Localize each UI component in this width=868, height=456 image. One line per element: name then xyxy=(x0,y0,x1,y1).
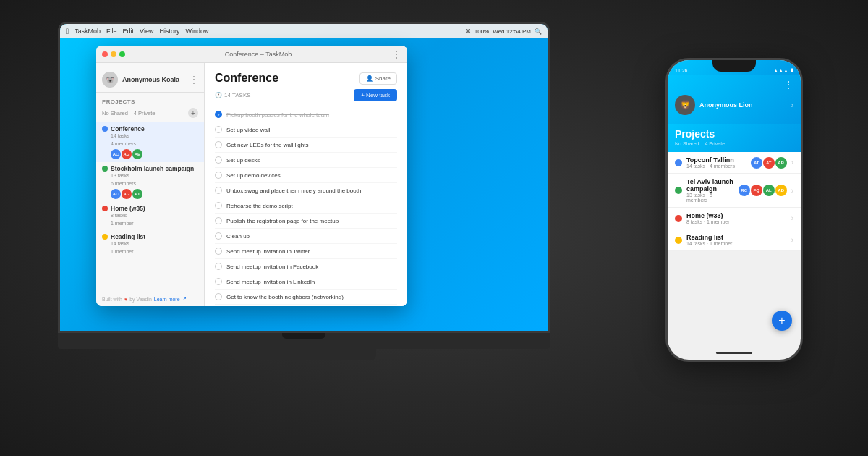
task-text: Set up desks xyxy=(226,157,384,164)
phone-project-item[interactable]: Home (w33) 8 tasks · 1 member › xyxy=(668,208,801,229)
task-text: Get to know the booth neighbors (network… xyxy=(226,294,384,300)
no-shared: No Shared xyxy=(102,110,128,117)
phone-project-item[interactable]: Topconf Tallinn 14 tasks · 4 members ATA… xyxy=(668,152,801,174)
member-avatar: AG xyxy=(122,149,132,159)
sidebar-item-home-(w35)[interactable]: Home (w35) 8 tasks1 member xyxy=(96,202,204,230)
task-item[interactable]: Set up demo devices ⋯ xyxy=(215,168,397,183)
project-meta: 14 tasks1 member xyxy=(102,240,198,256)
task-checkbox[interactable] xyxy=(215,187,222,194)
user-more-icon[interactable]: ⋮ xyxy=(190,75,198,85)
task-text: Set up demo devices xyxy=(226,172,384,179)
project-name: Home (w35) xyxy=(111,205,198,212)
project-name: Stockholm launch campaign xyxy=(111,165,198,172)
username: Anonymous Koala xyxy=(122,76,185,83)
phone-project-chevron: › xyxy=(791,236,793,244)
task-checkbox[interactable] xyxy=(215,217,222,224)
menu-window[interactable]: Window xyxy=(185,28,208,35)
phone-no-shared: No Shared xyxy=(675,141,699,146)
task-text: Pickup booth passes for the whole team xyxy=(226,111,384,118)
task-item[interactable]: Get to know the booth neighbors (network… xyxy=(215,290,397,305)
task-item[interactable]: Send meetup invitation in LinkedIn ⋯ xyxy=(215,274,397,290)
task-checkbox[interactable] xyxy=(215,111,222,118)
phone-private-count: 4 Private xyxy=(705,141,725,146)
phone-project-name: Reading list xyxy=(686,234,787,241)
traffic-lights xyxy=(102,51,125,57)
maximize-button[interactable] xyxy=(119,51,125,57)
task-item[interactable]: Send meetup invitation in Twitter ⋯ xyxy=(215,244,397,259)
phone-project-meta: 8 tasks · 1 member xyxy=(686,219,787,224)
phone-notch xyxy=(712,60,756,72)
task-text: Rehearse the demo script xyxy=(226,203,384,209)
share-button[interactable]: 👤 Share xyxy=(359,72,397,85)
task-item[interactable]: Set up desks ⋯ xyxy=(215,153,397,168)
task-checkbox[interactable] xyxy=(215,126,222,133)
share-icon: 👤 xyxy=(366,75,373,82)
phone: 11:26 ▲▲▲ ▮ ⋮ 🦁 Anonymous Lion › xyxy=(665,58,810,369)
search-icon[interactable]: 🔍 xyxy=(535,28,542,35)
project-avatars: ACAGAT xyxy=(102,189,198,199)
phone-avatar: 🦁 xyxy=(675,95,695,115)
phone-member-avatar: RC xyxy=(739,185,750,196)
new-task-button[interactable]: + New task xyxy=(354,89,397,101)
task-checkbox[interactable] xyxy=(215,293,222,300)
add-project-button[interactable]: + xyxy=(188,108,198,118)
task-checkbox[interactable] xyxy=(215,263,222,270)
project-name: Reading list xyxy=(111,233,198,240)
member-avatar: AC xyxy=(111,189,121,199)
task-item[interactable]: Publish the registration page for the me… xyxy=(215,214,397,229)
phone-project-name: Topconf Tallinn xyxy=(686,156,746,164)
heart-icon: ♥ xyxy=(124,297,127,302)
task-item[interactable]: Unbox swag and place them nicely around … xyxy=(215,183,397,198)
task-item[interactable]: Set up video wall ⋯ xyxy=(215,122,397,138)
sidebar-item-conference[interactable]: Conference 14 tasks4 members ACAGAB xyxy=(96,122,204,162)
close-button[interactable] xyxy=(102,51,108,57)
phone-more-icon[interactable]: ⋮ xyxy=(783,79,793,90)
member-avatar: AB xyxy=(132,149,142,159)
minimize-button[interactable] xyxy=(111,51,116,57)
task-text: Get new LEDs for the wall lights xyxy=(226,142,384,148)
project-header: Stockholm launch campaign xyxy=(102,165,198,172)
menu-edit[interactable]: Edit xyxy=(123,28,135,35)
vaadin-text: by Vaadin xyxy=(129,297,152,302)
sidebar-item-reading-list[interactable]: Reading list 14 tasks1 member xyxy=(96,230,204,258)
project-title: Conference xyxy=(215,72,359,85)
menu-history[interactable]: History xyxy=(159,28,179,35)
task-checkbox[interactable] xyxy=(215,278,222,285)
task-checkbox[interactable] xyxy=(215,202,222,209)
window-title: Conference – TaskMob xyxy=(125,51,391,58)
task-item[interactable]: Get new LEDs for the wall lights ⋯ xyxy=(215,138,397,153)
laptop:  TaskMob File Edit View History Window … xyxy=(43,22,564,398)
phone-member-avatar: AT xyxy=(751,157,762,169)
task-item[interactable]: Rehearse the demo script ⋯ xyxy=(215,198,397,214)
phone-project-name: Home (w33) xyxy=(686,212,787,219)
phone-project-item[interactable]: Reading list 14 tasks · 1 member › xyxy=(668,229,801,251)
task-text: Send meetup invitation in Facebook xyxy=(226,263,384,270)
project-meta: 8 tasks1 member xyxy=(102,212,198,227)
phone-wifi-icon: ▲▲▲ xyxy=(773,68,788,73)
phone-project-info: Home (w33) 8 tasks · 1 member xyxy=(686,212,787,224)
phone-project-item[interactable]: Tel Aviv launch campaign 13 tasks · 5 me… xyxy=(668,174,801,208)
phone-home-indicator xyxy=(716,352,752,354)
time: Wed 12:54 PM xyxy=(493,28,531,35)
task-item[interactable]: Pickup booth passes for the whole team ⋯ xyxy=(215,107,397,122)
task-checkbox[interactable] xyxy=(215,141,222,148)
task-item[interactable]: Clean up ⋯ xyxy=(215,229,397,244)
task-checkbox[interactable] xyxy=(215,156,222,164)
menu-file[interactable]: File xyxy=(106,28,117,35)
project-meta: 14 tasks4 members xyxy=(102,132,198,148)
task-checkbox[interactable] xyxy=(215,172,222,179)
window-body: 🐨 Anonymous Koala ⋮ Projects No Shared 4… xyxy=(96,63,407,306)
window-menu-icon[interactable]: ⋮ xyxy=(391,48,401,60)
phone-screen: 11:26 ▲▲▲ ▮ ⋮ 🦁 Anonymous Lion › xyxy=(668,60,801,360)
sidebar-footer: Built with ♥ by Vaadin Learn more ↗ xyxy=(96,292,205,306)
phone-project-meta: 14 tasks · 4 members xyxy=(686,164,746,169)
menu-view[interactable]: View xyxy=(140,28,153,35)
wifi-icon: ⌘ xyxy=(465,28,471,35)
task-checkbox[interactable] xyxy=(215,248,222,255)
learn-more-link[interactable]: Learn more xyxy=(154,297,180,302)
sidebar-item-stockholm-launch-campaign[interactable]: Stockholm launch campaign 13 tasks6 memb… xyxy=(96,162,204,202)
fab-button[interactable]: + xyxy=(772,311,792,331)
project-header: Reading list xyxy=(102,233,198,240)
task-checkbox[interactable] xyxy=(215,232,222,240)
task-item[interactable]: Send meetup invitation in Facebook ⋯ xyxy=(215,259,397,274)
